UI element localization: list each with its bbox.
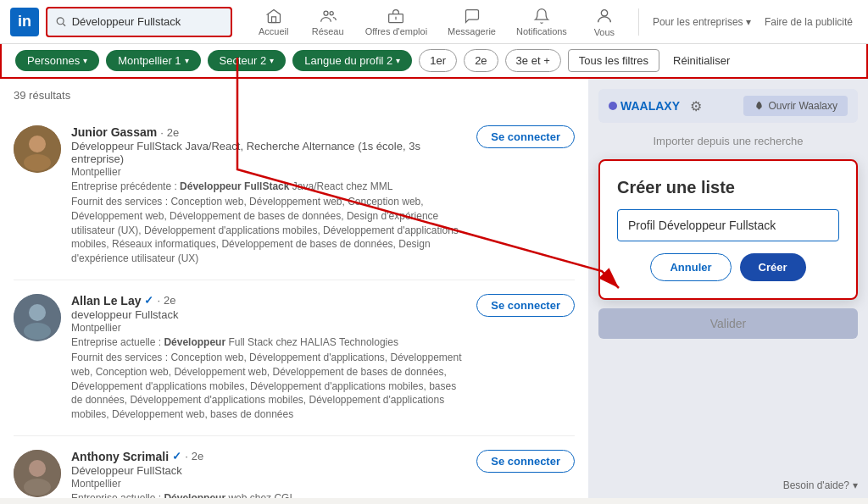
- svg-line-1: [63, 23, 65, 25]
- nav-label-messagerie: Messagerie: [448, 26, 496, 36]
- svg-point-13: [24, 323, 51, 340]
- avatar: [14, 294, 61, 341]
- people-icon: [320, 8, 337, 25]
- profile-prev-company: Entreprise précédente : Développeur Full…: [71, 180, 466, 192]
- profile-current-company: Entreprise actuelle : Développeur web ch…: [71, 492, 466, 498]
- annuler-button[interactable]: Annuler: [650, 253, 731, 281]
- profile-location: Montpellier: [71, 322, 466, 334]
- connect-button[interactable]: Se connecter: [476, 294, 575, 317]
- left-panel: 39 résultats Junior Gassam · 2e Développ…: [0, 79, 588, 498]
- profile-name: Allan Le Lay ✓ · 2e: [71, 294, 466, 307]
- svg-point-16: [24, 479, 51, 496]
- nav-divider: [638, 8, 639, 36]
- search-icon: [56, 16, 67, 28]
- filter-1er[interactable]: 1er: [419, 49, 457, 72]
- nav-entreprises[interactable]: Pour les entreprises ▾: [648, 13, 756, 31]
- filter-3e[interactable]: 3e et +: [505, 49, 561, 72]
- home-icon: [265, 8, 282, 25]
- chevron-down-icon: ▾: [83, 56, 87, 65]
- creer-button[interactable]: Créer: [740, 253, 806, 281]
- waalaxy-bar: WAALAXY ⚙ Ouvrir Waalaxy: [598, 89, 858, 123]
- nav-item-notifications[interactable]: Notifications: [508, 4, 576, 40]
- profile-name: Junior Gassam · 2e: [71, 125, 466, 139]
- svg-rect-2: [271, 16, 275, 22]
- linkedin-logo[interactable]: in: [10, 8, 39, 36]
- nav-item-reseau[interactable]: Réseau: [303, 4, 353, 40]
- briefcase-icon: [387, 8, 404, 25]
- nav-item-vous[interactable]: Vous: [579, 3, 630, 41]
- help-label: Besoin d'aide?: [783, 479, 849, 491]
- profile-info: Junior Gassam · 2e Développeur FullStack…: [71, 125, 466, 266]
- filter-montpellier[interactable]: Montpellier 1 ▾: [106, 50, 200, 71]
- table-row: Anthony Scrimali ✓ · 2e Développeur Full…: [14, 436, 575, 498]
- table-row: Junior Gassam · 2e Développeur FullStack…: [14, 112, 575, 280]
- right-panel: WAALAXY ⚙ Ouvrir Waalaxy Importer depuis…: [588, 79, 868, 498]
- open-waalaxy-button[interactable]: Ouvrir Waalaxy: [743, 96, 848, 116]
- top-navigation: in Accueil Réseau Offres d'emploi Messag…: [0, 0, 868, 44]
- svg-point-12: [29, 304, 46, 321]
- profile-name: Anthony Scrimali ✓ · 2e: [71, 450, 466, 463]
- avatar: [14, 450, 61, 497]
- gear-icon[interactable]: ⚙: [690, 98, 702, 114]
- bell-icon: [533, 8, 550, 25]
- nav-label-accueil: Accueil: [259, 26, 288, 36]
- filter-reset[interactable]: Réinitialiser: [666, 50, 737, 71]
- svg-point-10: [24, 154, 51, 171]
- waalaxy-logo: WAALAXY: [609, 99, 680, 113]
- svg-point-0: [57, 17, 64, 24]
- filter-langue[interactable]: Langue du profil 2 ▾: [292, 50, 412, 71]
- create-list-input[interactable]: [617, 209, 839, 241]
- nav-label-offres: Offres d'emploi: [365, 26, 427, 36]
- results-count: 39 résultats: [14, 89, 575, 102]
- connect-button[interactable]: Se connecter: [476, 125, 575, 148]
- waalaxy-dot: [609, 102, 617, 110]
- nav-right: Pour les entreprises ▾ Faire de la publi…: [648, 13, 858, 31]
- profile-services: Fournit des services : Conception web, D…: [71, 351, 466, 422]
- rocket-icon: [754, 101, 765, 112]
- degree-badge: 2e: [167, 126, 179, 139]
- create-list-title: Créer une liste: [617, 178, 839, 197]
- create-list-actions: Annuler Créer: [617, 253, 839, 281]
- svg-point-7: [601, 9, 607, 15]
- filter-2e[interactable]: 2e: [464, 49, 498, 72]
- filter-all[interactable]: Tous les filtres: [568, 49, 659, 72]
- main-content: 39 résultats Junior Gassam · 2e Développ…: [0, 79, 868, 498]
- avatar-icon: [595, 7, 614, 25]
- filter-personnes-label: Personnes: [27, 54, 80, 67]
- nav-label-vous: Vous: [594, 27, 615, 37]
- filter-personnes[interactable]: Personnes ▾: [15, 50, 99, 71]
- nav-item-offres[interactable]: Offres d'emploi: [357, 4, 436, 40]
- chevron-down-icon: ▾: [396, 56, 400, 65]
- svg-point-9: [29, 136, 46, 152]
- filter-secteur[interactable]: Secteur 2 ▾: [208, 50, 287, 71]
- nav-item-accueil[interactable]: Accueil: [248, 4, 299, 40]
- create-list-modal: Créer une liste Annuler Créer: [598, 159, 858, 300]
- svg-point-3: [324, 11, 328, 15]
- help-bar[interactable]: Besoin d'aide? ▾: [783, 479, 858, 491]
- degree-badge: 2e: [164, 294, 175, 307]
- profile-location: Montpellier: [71, 478, 466, 490]
- chat-icon: [464, 8, 481, 25]
- profile-title: Développeur FullStack: [71, 464, 466, 477]
- profile-title: developpeur Fullstack: [71, 308, 466, 321]
- filter-langue-label: Langue du profil 2: [304, 54, 392, 67]
- profile-location: Montpellier: [71, 166, 466, 178]
- nav-publicite[interactable]: Faire de la publicité: [760, 13, 858, 31]
- profile-services: Fournit des services : Conception web, D…: [71, 195, 466, 266]
- table-row: Allan Le Lay ✓ · 2e developpeur Fullstac…: [14, 280, 575, 436]
- valider-button[interactable]: Valider: [598, 308, 858, 339]
- profile-info: Anthony Scrimali ✓ · 2e Développeur Full…: [71, 450, 466, 498]
- avatar: [14, 125, 61, 173]
- verified-icon: ✓: [144, 294, 153, 307]
- profile-current-company: Entreprise actuelle : Développeur Full S…: [71, 336, 466, 348]
- svg-point-15: [29, 460, 46, 477]
- connect-button[interactable]: Se connecter: [476, 450, 575, 473]
- nav-item-messagerie[interactable]: Messagerie: [439, 4, 504, 40]
- profile-title: Développeur FullStack Java/React, Recher…: [71, 140, 466, 165]
- profile-info: Allan Le Lay ✓ · 2e developpeur Fullstac…: [71, 294, 466, 422]
- filter-secteur-label: Secteur 2: [220, 54, 267, 67]
- nav-items: Accueil Réseau Offres d'emploi Messageri…: [248, 3, 858, 41]
- filter-montpellier-label: Montpellier 1: [118, 54, 181, 67]
- verified-icon: ✓: [172, 450, 181, 462]
- search-input[interactable]: [72, 15, 222, 28]
